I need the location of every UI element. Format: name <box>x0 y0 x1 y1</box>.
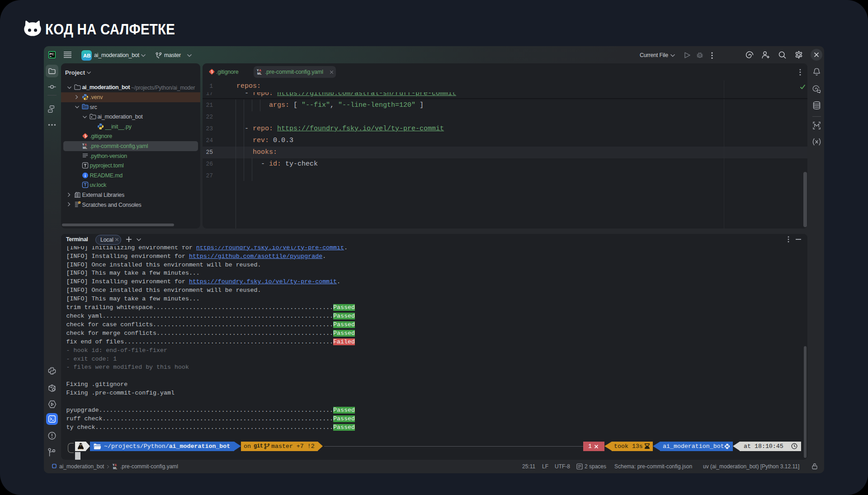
svg-text:ML: ML <box>257 72 262 75</box>
svg-text:ML: ML <box>83 146 87 149</box>
svg-text:ML: ML <box>113 466 117 470</box>
svg-text:PC: PC <box>49 52 54 56</box>
